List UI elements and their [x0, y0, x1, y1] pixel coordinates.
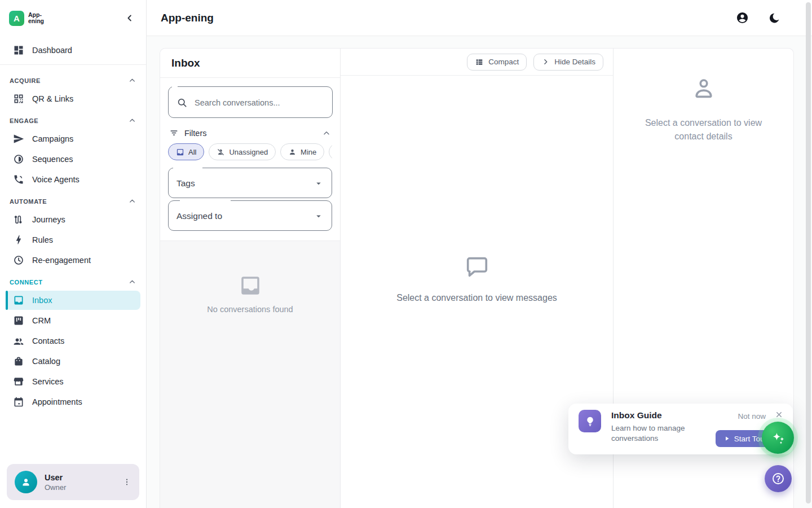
- sidebar-collapse-button[interactable]: [122, 11, 137, 25]
- section-header-engage[interactable]: ENGAGE: [0, 110, 146, 128]
- person-off-icon: [217, 148, 225, 156]
- filter-chip-unassigned[interactable]: Unassigned: [209, 143, 276, 160]
- sidebar-item-inbox[interactable]: Inbox: [6, 291, 140, 310]
- sidebar-item-rules[interactable]: Rules: [6, 230, 140, 249]
- sidebar-item-dashboard[interactable]: Dashboard: [6, 41, 140, 60]
- tags-filter-select[interactable]: Tags: [168, 167, 332, 198]
- moon-icon: [768, 12, 780, 24]
- person-icon: [20, 476, 32, 488]
- sparkles-icon: [770, 430, 787, 446]
- inbox-panel-header: Inbox: [160, 49, 340, 78]
- sidebar-item-qr-links[interactable]: QR & Links: [6, 89, 140, 108]
- chevron-down-icon: [314, 178, 324, 189]
- chip-label: All: [188, 148, 196, 156]
- toast-description: Learn how to manage conversations: [611, 423, 707, 444]
- user-card[interactable]: User Owner: [7, 464, 139, 500]
- search-icon: [176, 97, 188, 108]
- section-header-automate[interactable]: AUTOMATE: [0, 190, 146, 209]
- storefront-icon: [13, 376, 24, 387]
- filters-section: Filters All Unassigned Mine: [160, 119, 340, 241]
- filter-chip-unread[interactable]: Unread: [329, 143, 332, 160]
- assigned-select-label: Assigned to: [176, 211, 222, 221]
- conversation-list-panel: Inbox Filters All: [160, 49, 341, 508]
- chevron-up-icon: [322, 129, 331, 138]
- page-title: App-ening: [161, 12, 214, 24]
- sidebar-item-voice-agents[interactable]: Voice Agents: [6, 170, 140, 189]
- section-header-connect[interactable]: CONNECT: [0, 271, 146, 290]
- calendar-icon: [13, 396, 24, 408]
- sidebar-item-sequences[interactable]: Sequences: [6, 150, 140, 169]
- inbox-guide-toast: Inbox Guide Learn how to manage conversa…: [568, 404, 793, 454]
- header-actions: [735, 10, 782, 25]
- empty-state-text: Select a conversation to view messages: [396, 293, 557, 303]
- tags-select-label: Tags: [176, 178, 195, 189]
- clock-icon: [13, 255, 24, 266]
- section-label: CONNECT: [10, 279, 43, 286]
- chevron-up-icon: [128, 116, 136, 125]
- chevron-down-icon: [314, 211, 324, 221]
- conversation-list-empty-state: No conversations found: [160, 241, 340, 508]
- route-icon: [13, 214, 24, 225]
- user-meta: User Owner: [45, 473, 66, 492]
- chevron-up-icon: [128, 197, 136, 205]
- sidebar-nav: Dashboard ACQUIRE QR & Links ENGAGE Camp…: [0, 36, 146, 458]
- sidebar-item-journeys[interactable]: Journeys: [6, 210, 140, 229]
- sidebar-item-re-engagement[interactable]: Re-engagement: [6, 251, 140, 270]
- sidebar-item-campaigns[interactable]: Campaigns: [6, 129, 140, 148]
- sidebar-item-label: Voice Agents: [32, 175, 80, 184]
- user-menu-button[interactable]: [120, 475, 134, 489]
- user-avatar: [15, 471, 37, 493]
- filter-chip-all[interactable]: All: [168, 143, 204, 160]
- sequence-loop-icon: [13, 154, 24, 165]
- filters-collapse-button[interactable]: [322, 129, 331, 138]
- inbox-empty-icon: [239, 274, 262, 297]
- qr-code-icon: [13, 93, 24, 104]
- section-label: ACQUIRE: [10, 77, 41, 84]
- phone-icon: [13, 174, 24, 185]
- section-label: ENGAGE: [10, 117, 38, 124]
- sidebar-item-label: Dashboard: [32, 46, 72, 55]
- sidebar-item-label: Re-engagement: [32, 256, 91, 265]
- kanban-icon: [13, 315, 24, 326]
- not-now-button[interactable]: Not now: [738, 412, 766, 421]
- filters-label: Filters: [184, 129, 206, 138]
- account-button[interactable]: [735, 10, 750, 25]
- section-header-acquire[interactable]: ACQUIRE: [0, 69, 146, 88]
- inbox-panel-title: Inbox: [171, 57, 200, 69]
- filter-icon: [169, 128, 179, 138]
- filter-chip-mine[interactable]: Mine: [280, 143, 324, 160]
- chat-bubble-icon: [464, 253, 490, 279]
- sidebar-item-label: Campaigns: [32, 134, 73, 143]
- page-scrollbar[interactable]: [806, 2, 811, 503]
- sidebar-header: A App- ening: [0, 0, 146, 36]
- sidebar-item-services[interactable]: Services: [6, 372, 140, 391]
- dark-mode-toggle[interactable]: [767, 11, 782, 25]
- user-name: User: [45, 473, 66, 482]
- section-label: AUTOMATE: [10, 198, 47, 205]
- sidebar-item-contacts[interactable]: Contacts: [6, 331, 140, 351]
- filters-header: Filters: [168, 126, 332, 143]
- lightbulb-icon: [584, 415, 596, 427]
- lightbulb-badge: [579, 410, 601, 432]
- sidebar-item-catalog[interactable]: Catalog: [6, 352, 140, 371]
- search-input[interactable]: [195, 98, 324, 107]
- chevron-left-icon: [125, 13, 135, 23]
- sidebar-item-appointments[interactable]: Appointments: [6, 392, 140, 411]
- sidebar-item-label: Rules: [32, 235, 53, 244]
- search-field: [168, 86, 333, 118]
- more-vertical-icon: [122, 478, 131, 487]
- help-fab[interactable]: [765, 465, 792, 492]
- sidebar-item-label: CRM: [32, 316, 51, 325]
- ai-assistant-fab[interactable]: [762, 422, 794, 454]
- sidebar-item-crm[interactable]: CRM: [6, 311, 140, 330]
- toast-close-button[interactable]: [773, 409, 785, 421]
- sidebar-item-label: Journeys: [32, 215, 65, 224]
- chip-label: Unassigned: [229, 148, 268, 156]
- user-role: Owner: [45, 483, 66, 492]
- inbox-icon: [13, 295, 24, 306]
- assigned-to-filter-select[interactable]: Assigned to: [168, 200, 332, 231]
- close-icon: [775, 410, 783, 419]
- play-icon: [723, 435, 730, 442]
- app-logo-text: App- ening: [28, 12, 44, 24]
- account-circle-icon: [736, 11, 749, 24]
